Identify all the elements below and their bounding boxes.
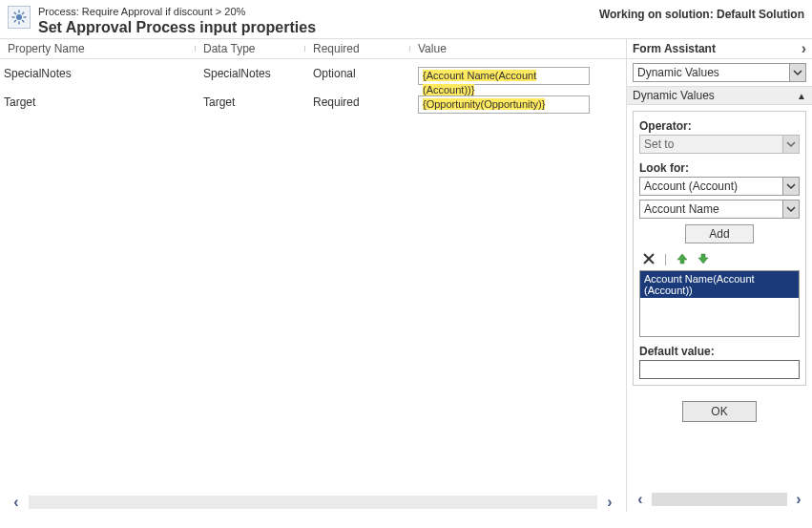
scroll-track[interactable]: [29, 496, 597, 509]
ok-button[interactable]: OK: [682, 401, 757, 422]
chevron-down-icon[interactable]: [782, 201, 799, 218]
add-button[interactable]: Add: [685, 224, 754, 243]
cell-required: Optional: [305, 67, 410, 80]
move-down-icon[interactable]: [696, 251, 711, 266]
chevron-down-icon[interactable]: [789, 64, 805, 81]
svg-point-0: [16, 14, 22, 20]
svg-line-7: [14, 20, 16, 22]
scroll-left-icon[interactable]: ‹: [8, 494, 25, 511]
th-data-type[interactable]: Data Type: [196, 42, 305, 55]
list-item[interactable]: Account Name(Account (Account)): [640, 271, 799, 298]
form-assistant-pane: Form Assistant › Dynamic Values Dynamic …: [626, 38, 812, 512]
process-gear-icon: [8, 6, 31, 29]
svg-line-8: [22, 12, 24, 14]
operator-label: Operator:: [639, 119, 800, 133]
collapse-up-icon[interactable]: ▲: [797, 91, 806, 101]
left-horizontal-scrollbar[interactable]: ‹ ›: [0, 493, 626, 512]
th-required[interactable]: Required: [305, 42, 410, 55]
properties-pane: Property Name Data Type Required Value S…: [0, 38, 626, 512]
form-assistant-header: Form Assistant ›: [627, 38, 812, 59]
svg-line-5: [14, 12, 16, 14]
table-row[interactable]: SpecialNotes SpecialNotes Optional {Acco…: [0, 59, 626, 88]
th-value[interactable]: Value: [410, 42, 626, 55]
collapse-icon[interactable]: ›: [802, 40, 806, 57]
form-assistant-title: Form Assistant: [633, 42, 716, 55]
cell-property-name: SpecialNotes: [0, 67, 196, 80]
selected-values-listbox[interactable]: Account Name(Account (Account)): [639, 270, 800, 337]
header: Process: Require Approval if discount > …: [0, 0, 812, 38]
solution-label: Working on solution: Default Solution: [599, 6, 804, 21]
right-horizontal-scrollbar[interactable]: ‹ ›: [627, 487, 812, 512]
process-subtitle: Process: Require Approval if discount > …: [38, 6, 599, 17]
scroll-right-icon[interactable]: ›: [601, 494, 618, 511]
lookfor-label: Look for:: [639, 161, 800, 175]
value-input-target[interactable]: {Opportunity(Opportunity)}: [418, 95, 590, 114]
cell-data-type: SpecialNotes: [196, 67, 305, 80]
assistant-type-select[interactable]: Dynamic Values: [633, 63, 806, 82]
cell-data-type: Target: [196, 95, 305, 109]
list-toolbar: |: [639, 247, 800, 270]
default-value-input[interactable]: [639, 360, 800, 379]
dynamic-values-panel: Operator: Set to Look for: Account (Acco…: [633, 111, 806, 386]
value-input-specialnotes[interactable]: {Account Name(Account (Account))}: [418, 67, 590, 85]
lookfor-attribute-select[interactable]: Account Name: [639, 200, 800, 219]
move-up-icon[interactable]: [675, 251, 690, 266]
table-header: Property Name Data Type Required Value: [0, 38, 626, 59]
cell-property-name: Target: [0, 95, 196, 109]
scroll-left-icon[interactable]: ‹: [633, 491, 648, 508]
cell-required: Required: [305, 95, 410, 109]
dynamic-values-header[interactable]: Dynamic Values ▲: [627, 86, 812, 105]
default-value-label: Default value:: [639, 345, 800, 358]
delete-icon[interactable]: [641, 251, 656, 266]
scroll-track[interactable]: [652, 493, 787, 506]
lookfor-entity-select[interactable]: Account (Account): [639, 177, 800, 196]
chevron-down-icon[interactable]: [782, 178, 799, 195]
operator-select[interactable]: Set to: [639, 135, 800, 154]
page-title: Set Approval Process input properties: [38, 19, 599, 36]
scroll-right-icon[interactable]: ›: [791, 491, 806, 508]
chevron-down-icon[interactable]: [782, 136, 799, 153]
th-property-name[interactable]: Property Name: [0, 42, 196, 55]
svg-line-6: [22, 20, 24, 22]
